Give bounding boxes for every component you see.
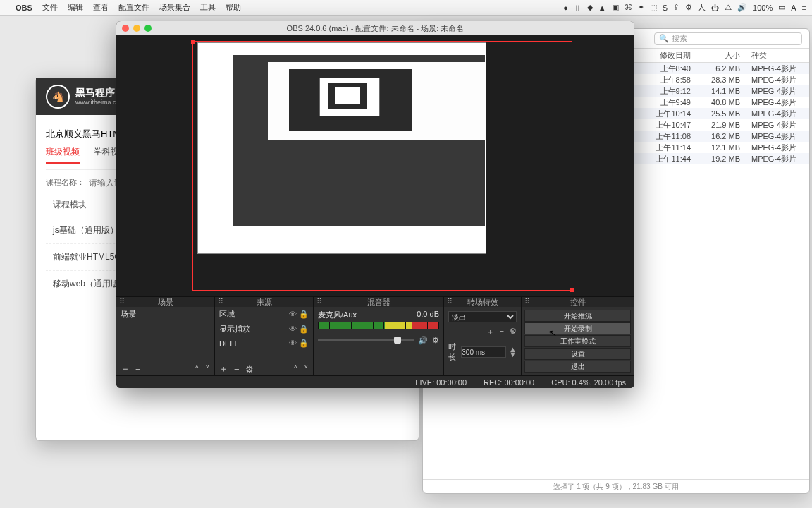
obs-titlebar[interactable]: OBS 24.0.6 (mac) - 配置文件: 未命名 - 场景: 未命名 — [116, 21, 634, 35]
search-label: 课程名称： — [46, 177, 85, 188]
transition-settings-button[interactable]: ⚙ — [510, 327, 517, 337]
source-item[interactable]: 显示捕获👁🔒 — [215, 322, 313, 337]
finder-search-placeholder: 搜索 — [672, 33, 687, 44]
studio-mode-button[interactable]: 工作室模式 — [524, 335, 631, 347]
remove-transition-button[interactable]: − — [500, 327, 504, 337]
source-down-button[interactable]: ˅ — [304, 364, 309, 375]
panel-mixer: ⠿混音器 麦克风/Aux 0.0 dB 🔊 ⚙ — [314, 297, 444, 375]
status-icon[interactable]: ⏻ — [711, 4, 719, 12]
panel-sources: ⠿来源 区域👁🔒 显示捕获👁🔒 DELL👁🔒 ＋ − ⚙ ˄ ˅ — [215, 297, 314, 375]
source-item[interactable]: 区域👁🔒 — [215, 307, 313, 322]
status-cpu: CPU: 0.4%, 20.00 fps — [551, 378, 626, 387]
status-live: LIVE: 00:00:00 — [415, 378, 467, 387]
brand-url: www.itheima.c — [75, 99, 116, 107]
status-icon[interactable]: 人 — [698, 2, 706, 13]
add-transition-button[interactable]: ＋ — [486, 327, 494, 337]
finder-statusbar: 选择了 1 项（共 9 项），21.83 GB 可用 — [423, 479, 809, 493]
panel-title: 来源 — [257, 298, 272, 306]
zoom-icon[interactable] — [144, 25, 152, 32]
menu-icon[interactable]: ≡ — [802, 4, 806, 12]
lock-icon[interactable]: 🔒 — [299, 339, 309, 348]
scene-up-button[interactable]: ˄ — [195, 364, 199, 375]
status-icon[interactable]: ✦ — [638, 3, 644, 12]
duration-input[interactable] — [461, 346, 506, 358]
menu-profile[interactable]: 配置文件 — [118, 2, 149, 13]
mixer-channel-name: 麦克风/Aux — [318, 310, 357, 320]
status-rec: REC: 00:00:00 — [484, 378, 534, 387]
dock-grip-icon[interactable]: ⠿ — [524, 297, 530, 306]
search-icon: 🔍 — [659, 34, 669, 43]
status-icon[interactable]: ⌘ — [625, 3, 632, 12]
menu-file[interactable]: 文件 — [42, 2, 58, 13]
menu-view[interactable]: 查看 — [93, 2, 109, 13]
dock-grip-icon[interactable]: ⠿ — [447, 297, 453, 306]
brand-name: 黑马程序 — [75, 87, 116, 99]
panel-title: 场景 — [158, 298, 173, 306]
scene-item[interactable]: 场景 — [116, 307, 214, 322]
panel-title: 混音器 — [367, 298, 390, 306]
mixer-settings-icon[interactable]: ⚙ — [432, 336, 439, 345]
col-kind[interactable]: 种类 — [746, 50, 809, 61]
obs-preview[interactable] — [116, 35, 634, 296]
settings-button[interactable]: 设置 — [524, 348, 631, 360]
status-icon[interactable]: ⇪ — [673, 3, 679, 12]
add-source-button[interactable]: ＋ — [219, 363, 228, 375]
remove-source-button[interactable]: − — [234, 364, 240, 375]
source-up-button[interactable]: ˄ — [293, 364, 298, 375]
menu-help[interactable]: 帮助 — [226, 2, 241, 13]
volume-slider[interactable] — [318, 339, 414, 341]
close-icon[interactable] — [122, 25, 129, 32]
lock-icon[interactable]: 🔒 — [299, 325, 309, 334]
mixer-channel-db: 0.0 dB — [417, 310, 439, 320]
status-icon[interactable]: S — [663, 4, 668, 12]
start-record-button[interactable]: 开始录制 — [524, 322, 631, 334]
menu-edit[interactable]: 编辑 — [68, 2, 83, 13]
exit-button[interactable]: 退出 — [524, 361, 631, 373]
speaker-icon[interactable]: 🔊 — [418, 336, 428, 345]
input-icon[interactable]: A — [791, 4, 796, 12]
panel-title: 转场特效 — [467, 298, 498, 306]
status-icon[interactable]: ▣ — [612, 3, 619, 12]
status-icon[interactable]: ◆ — [587, 3, 593, 12]
scene-down-button[interactable]: ˅ — [205, 364, 210, 375]
minimize-icon[interactable] — [133, 25, 140, 32]
menu-scene-collection[interactable]: 场景集合 — [159, 2, 190, 13]
obs-title-text: OBS 24.0.6 (mac) - 配置文件: 未命名 - 场景: 未命名 — [116, 23, 634, 34]
menubar-app[interactable]: OBS — [16, 4, 32, 12]
status-icon[interactable]: ⏸ — [574, 4, 582, 12]
panel-transitions: ⠿转场特效 淡出 ＋ − ⚙ 时长 ▲ ▼ — [444, 297, 522, 375]
brand-logo-icon: 🐴 — [46, 85, 70, 109]
add-scene-button[interactable]: ＋ — [121, 363, 130, 375]
remove-scene-button[interactable]: − — [135, 364, 141, 375]
finder-search[interactable]: 🔍 搜索 — [654, 32, 802, 45]
tab-class-video[interactable]: 班级视频 — [46, 146, 80, 164]
dock-grip-icon[interactable]: ⠿ — [119, 297, 125, 306]
dock-grip-icon[interactable]: ⠿ — [316, 297, 322, 306]
obs-statusbar: LIVE: 00:00:00 REC: 00:00:00 CPU: 0.4%, … — [116, 375, 634, 388]
window-controls[interactable] — [122, 25, 152, 32]
visibility-icon[interactable]: 👁 — [289, 339, 297, 348]
lock-icon[interactable]: 🔒 — [299, 310, 309, 319]
status-icon[interactable]: ⚙ — [685, 3, 692, 12]
status-icon[interactable]: ● — [563, 4, 568, 12]
battery-icon[interactable]: ▭ — [778, 3, 785, 12]
status-icon[interactable]: ⬚ — [650, 3, 657, 12]
col-size[interactable]: 大小 — [696, 50, 746, 61]
macos-menubar: OBS 文件 编辑 查看 配置文件 场景集合 工具 帮助 ● ⏸ ◆ ▲ ▣ ⌘… — [0, 0, 812, 16]
preview-recursive-7 — [335, 87, 360, 104]
stepper-down-icon[interactable]: ▼ — [509, 352, 517, 357]
wifi-icon[interactable]: ⧍ — [725, 3, 732, 12]
start-stream-button[interactable]: 开始推流 — [524, 310, 631, 322]
visibility-icon[interactable]: 👁 — [289, 310, 297, 319]
panel-scenes: ⠿场景 场景 ＋ − ˄ ˅ — [116, 297, 215, 375]
status-icon[interactable]: ▲ — [598, 4, 606, 12]
visibility-icon[interactable]: 👁 — [289, 325, 297, 334]
menu-tools[interactable]: 工具 — [200, 2, 216, 13]
transition-type-select[interactable]: 淡出 — [448, 311, 517, 322]
source-item[interactable]: DELL👁🔒 — [215, 337, 313, 350]
dock-grip-icon[interactable]: ⠿ — [218, 297, 223, 306]
menubar-status: ● ⏸ ◆ ▲ ▣ ⌘ ✦ ⬚ S ⇪ ⚙ 人 ⏻ ⧍ 🔊 100% ▭ A ≡ — [563, 2, 806, 13]
source-settings-button[interactable]: ⚙ — [245, 364, 254, 375]
audio-meter — [318, 322, 439, 329]
volume-icon[interactable]: 🔊 — [737, 3, 747, 12]
